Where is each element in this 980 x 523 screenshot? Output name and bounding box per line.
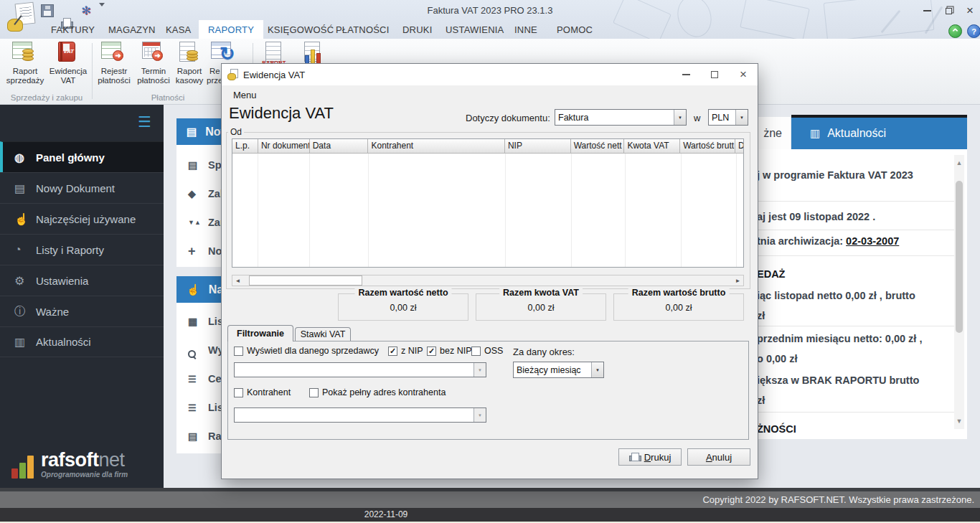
dropdown-icon[interactable]: ▼ xyxy=(591,362,603,377)
dropdown-icon[interactable]: ▼ xyxy=(473,408,486,422)
cancel-button[interactable]: Anuluj xyxy=(687,448,750,466)
document-icon: ▤ xyxy=(188,159,208,171)
decorative-sketch xyxy=(613,0,672,43)
toolbar-raport-button[interactable]: RAPORT xyxy=(257,42,291,65)
doc-type-combobox[interactable]: Faktura▼ xyxy=(555,109,687,126)
tab-raporty[interactable]: RAPORTY xyxy=(199,20,263,39)
tab-filtrowanie[interactable]: Filtrowanie xyxy=(227,325,293,341)
checkbox-z-nip[interactable]: ✓ z NIP xyxy=(388,346,423,356)
dialog-close-button[interactable]: × xyxy=(729,64,758,85)
transfers-refresh-icon: ↻ xyxy=(211,42,237,65)
checkbox-box[interactable] xyxy=(309,388,319,397)
toolbar-termin-platnosci-button[interactable]: ➜ Termin płatności xyxy=(135,42,172,85)
table-body-empty xyxy=(232,154,743,267)
news-scrollbar[interactable]: ▲ ▼ xyxy=(954,155,964,429)
quick-access-customize-icon[interactable] xyxy=(99,6,108,19)
sidebar-item-listy-i-raporty[interactable]: ◔ Listy i Raporty xyxy=(0,234,164,265)
scrollbar-thumb[interactable] xyxy=(956,181,963,333)
vat-records-table[interactable]: L.p. Nr dokument Data Kontrahent NIP War… xyxy=(232,138,744,268)
dropdown-icon[interactable]: ▼ xyxy=(674,110,686,125)
scroll-up-icon[interactable]: ▲ xyxy=(954,159,964,166)
sidebar-item-panel-glowny[interactable]: ◍ Panel główny xyxy=(0,141,164,172)
save-icon[interactable] xyxy=(41,4,54,17)
sidebar-item-najczesciej-uzywane[interactable]: ☝ Najczęściej używane xyxy=(0,203,164,234)
checkbox-bez-nip[interactable]: ✓ bez NIP xyxy=(427,346,471,356)
sidebar-item-ustawienia[interactable]: ⚙ Ustawienia xyxy=(0,265,164,296)
scrollbar-thumb[interactable] xyxy=(249,275,362,286)
toolbar-raport-kasowy-button[interactable]: Raport kasowy xyxy=(172,42,207,85)
tab-inne[interactable]: INNE xyxy=(505,20,547,39)
column-header[interactable]: L.p. xyxy=(232,139,258,154)
toolbar-rejestr-platnosci-button[interactable]: ➜ Rejestr płatności xyxy=(95,42,133,85)
checkbox-box[interactable]: ✓ xyxy=(427,347,436,356)
toolbar-chart-report-button[interactable] xyxy=(298,42,333,65)
seller-combobox[interactable]: ▼ xyxy=(234,362,486,377)
payments-register-icon: ➜ xyxy=(101,42,127,65)
checkbox-oss[interactable]: OSS xyxy=(471,346,503,356)
dialog-menu-bar[interactable]: Menu xyxy=(222,85,758,104)
toolbar-raport-sprzedazy-button[interactable]: Raport sprzedaży xyxy=(4,42,46,85)
window-close-button[interactable]: × xyxy=(961,4,979,17)
tab-faktury[interactable]: FAKTURY xyxy=(42,20,104,39)
tab-aktualnosci[interactable]: ▥ Aktualności xyxy=(791,118,967,149)
settings-icon[interactable]: ✻ xyxy=(80,4,93,17)
period-combobox[interactable]: Bieżący miesiąc▼ xyxy=(513,362,604,378)
table-horizontal-scrollbar[interactable]: ◄ ► xyxy=(232,275,744,286)
checkbox-wyswietl-sprzedawcy[interactable]: Wyświetl dla danego sprzedawcy xyxy=(234,346,379,356)
help-icon[interactable]: ? xyxy=(967,24,980,38)
newspaper-icon: ▥ xyxy=(14,335,36,349)
sidebar-item-aktualnosci[interactable]: ▥ Aktualności xyxy=(0,326,164,357)
scroll-right-icon[interactable]: ► xyxy=(732,275,743,286)
news-panel: j w programie Faktura VAT 2023 aj jest 0… xyxy=(751,149,967,439)
dialog-app-icon xyxy=(227,69,239,80)
column-header[interactable]: Wartość nett xyxy=(571,139,625,154)
sidebar-item-wazne[interactable]: ⓘ Ważne xyxy=(0,296,164,326)
application-window: ✻ Faktura VAT 2023 PRO 23.1.3 × FAKTURY … xyxy=(0,0,980,523)
tab-druki[interactable]: DRUKI xyxy=(393,20,441,39)
scroll-left-icon[interactable]: ◄ xyxy=(232,275,243,286)
checkbox-kontrahent[interactable]: Kontrahent xyxy=(234,387,291,397)
dialog-maximize-button[interactable] xyxy=(700,64,729,85)
hamburger-menu-icon[interactable]: ☰ xyxy=(138,113,151,131)
checkbox-pelny-adres[interactable]: Pokaż pełny adres kontrahenta xyxy=(309,387,446,397)
currency-combobox[interactable]: PLN▼ xyxy=(708,109,748,126)
tab-platnosci[interactable]: PŁATNOŚCI xyxy=(326,20,399,39)
checkbox-box[interactable] xyxy=(234,347,243,356)
checkbox-box[interactable]: ✓ xyxy=(388,347,397,356)
tab-pomoc[interactable]: POMOC xyxy=(547,20,602,39)
dialog-minimize-button[interactable] xyxy=(672,64,700,85)
scroll-down-icon[interactable]: ▼ xyxy=(954,418,964,425)
checkbox-box[interactable] xyxy=(234,388,243,397)
checkbox-box[interactable] xyxy=(471,347,481,356)
archive-date-link[interactable]: 02-03-2007 xyxy=(846,235,899,247)
tab-stawki-vat[interactable]: Stawki VAT xyxy=(295,327,351,341)
column-header[interactable]: NIP xyxy=(505,139,571,154)
sidebar-item-label: Aktualności xyxy=(36,336,91,348)
check-icon: ✓ xyxy=(428,347,435,355)
tab-ustawienia[interactable]: USTAWIENIA xyxy=(436,20,513,39)
column-header[interactable]: Nr dokument xyxy=(258,139,310,154)
tab-magazyn[interactable]: MAGAZYN xyxy=(99,20,165,39)
sidebar-item-nowy-dokument[interactable]: ▤ Nowy Dokument xyxy=(0,172,164,203)
column-header[interactable]: Kontrahent xyxy=(368,139,504,154)
tab-kasa[interactable]: KASA xyxy=(156,20,200,39)
window-minimize-button[interactable] xyxy=(918,4,936,17)
toolbar-ewidencja-vat-button[interactable]: VAT Ewidencja VAT xyxy=(47,42,89,85)
column-header[interactable]: Wartość brutt xyxy=(680,139,735,154)
column-header[interactable]: Kwota VAT xyxy=(624,139,680,154)
news-sales-line1: iąc listopad netto 0,00 zł , brutto xyxy=(757,290,951,301)
contractor-combobox[interactable]: ▼ xyxy=(234,407,486,423)
document-icon: ▤ xyxy=(187,126,197,138)
check-icon: ✓ xyxy=(390,347,396,355)
dropdown-icon[interactable]: ▼ xyxy=(473,363,486,377)
dropdown-icon[interactable]: ▼ xyxy=(735,110,748,125)
document-icon: ▤ xyxy=(14,182,36,195)
column-header[interactable]: Data xyxy=(310,139,369,154)
print-button[interactable]: Drukuj xyxy=(618,448,682,466)
window-restore-button[interactable] xyxy=(940,4,957,17)
column-header[interactable]: D xyxy=(735,139,743,154)
update-status-icon[interactable] xyxy=(948,24,962,38)
dialog-title-bar[interactable]: Ewidencja VAT × xyxy=(222,64,758,85)
cash-report-icon xyxy=(176,42,202,65)
sidebar-item-label: Najczęściej używane xyxy=(36,213,136,225)
